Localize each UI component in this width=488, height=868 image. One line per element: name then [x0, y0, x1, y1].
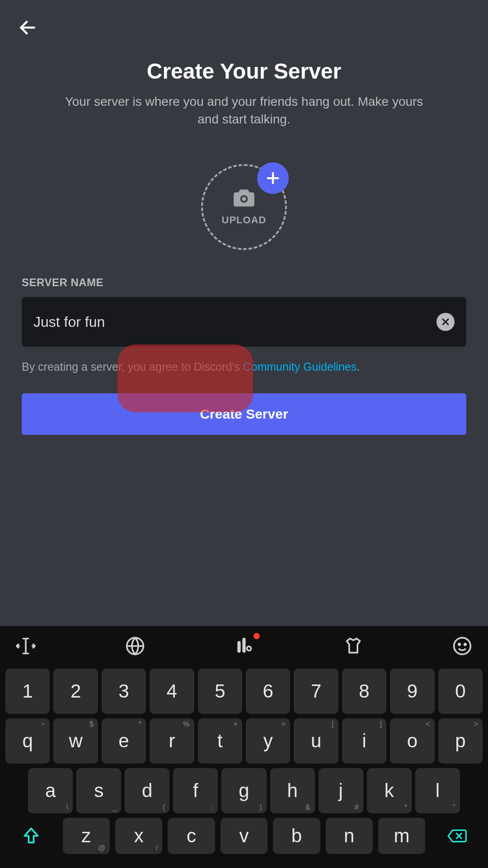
touchpal-icon [234, 636, 254, 656]
tshirt-icon [343, 636, 363, 656]
key-q[interactable]: q~ [5, 718, 50, 764]
svg-point-12 [247, 646, 251, 651]
key-n[interactable]: n [326, 818, 373, 854]
create-server-button[interactable]: Create Server [22, 393, 466, 435]
clear-input-button[interactable] [436, 313, 455, 331]
upload-label: UPLOAD [222, 214, 267, 226]
close-icon [441, 317, 450, 326]
backspace-key[interactable] [431, 818, 483, 854]
globe-tool-icon[interactable] [124, 635, 146, 657]
svg-point-13 [454, 638, 471, 655]
key-l[interactable]: l" [415, 768, 460, 813]
mic-tool-icon[interactable] [233, 635, 255, 657]
server-name-input-wrap[interactable] [22, 297, 466, 347]
server-name-input[interactable] [33, 314, 436, 330]
page-title: Create Your Server [147, 59, 341, 84]
key-o[interactable]: o< [390, 718, 434, 764]
key-v[interactable]: v [221, 818, 267, 854]
smiley-icon [452, 636, 472, 656]
key-y[interactable]: y= [246, 718, 290, 764]
server-name-label: SERVER NAME [22, 276, 103, 289]
svg-rect-11 [242, 638, 245, 653]
upload-avatar-button[interactable]: UPLOAD [201, 164, 287, 250]
svg-point-2 [242, 197, 246, 201]
key-s[interactable]: s_ [76, 768, 121, 813]
key-b[interactable]: b [273, 818, 320, 854]
globe-icon [125, 636, 145, 656]
key-h[interactable]: h& [270, 768, 315, 813]
backspace-icon [447, 826, 467, 846]
community-guidelines-link[interactable]: Community Guidelines [243, 360, 357, 373]
camera-icon [233, 188, 255, 208]
key-1[interactable]: 1 [5, 669, 50, 714]
page-subtitle: Your server is where you and your friend… [63, 93, 425, 128]
cursor-tool-icon[interactable] [14, 635, 37, 657]
svg-point-14 [459, 644, 460, 646]
key-8[interactable]: 8 [342, 669, 386, 714]
svg-rect-10 [237, 641, 240, 653]
key-2[interactable]: 2 [53, 669, 98, 714]
on-screen-keyboard: 1234567890 q~w$e^r%t+y=u[i]o<p> a\s_d(f:… [0, 626, 488, 868]
key-u[interactable]: u[ [294, 718, 338, 764]
key-0[interactable]: 0 [438, 669, 483, 714]
key-t[interactable]: t+ [198, 718, 242, 764]
shift-icon [21, 826, 41, 846]
key-9[interactable]: 9 [390, 669, 434, 714]
key-7[interactable]: 7 [294, 669, 338, 714]
theme-tool-icon[interactable] [342, 635, 365, 657]
notification-dot [253, 633, 260, 639]
back-button[interactable] [16, 16, 39, 39]
key-a[interactable]: a\ [28, 768, 73, 813]
key-3[interactable]: 3 [102, 669, 146, 714]
key-d[interactable]: d( [125, 768, 169, 813]
key-4[interactable]: 4 [150, 669, 194, 714]
key-r[interactable]: r% [150, 718, 194, 764]
plus-icon [265, 170, 281, 186]
shift-key[interactable] [5, 818, 57, 854]
key-f[interactable]: f: [173, 768, 218, 813]
svg-point-15 [465, 644, 466, 646]
key-j[interactable]: j# [319, 768, 363, 813]
key-x[interactable]: x/ [115, 818, 162, 854]
emoji-tool-icon[interactable] [451, 635, 474, 657]
key-i[interactable]: i] [342, 718, 386, 764]
arrow-left-icon [18, 18, 38, 38]
agreement-text: By creating a server, you agree to Disco… [22, 360, 360, 373]
key-g[interactable]: g) [221, 768, 266, 813]
key-z[interactable]: z@ [63, 818, 110, 854]
key-k[interactable]: k* [367, 768, 412, 813]
key-6[interactable]: 6 [246, 669, 290, 714]
plus-badge [257, 162, 289, 194]
key-5[interactable]: 5 [198, 669, 242, 714]
key-e[interactable]: e^ [102, 718, 146, 764]
key-p[interactable]: p> [438, 718, 483, 764]
text-cursor-icon [16, 636, 36, 656]
key-m[interactable]: m [378, 818, 425, 854]
key-c[interactable]: c [168, 818, 215, 854]
key-w[interactable]: w$ [53, 718, 98, 764]
